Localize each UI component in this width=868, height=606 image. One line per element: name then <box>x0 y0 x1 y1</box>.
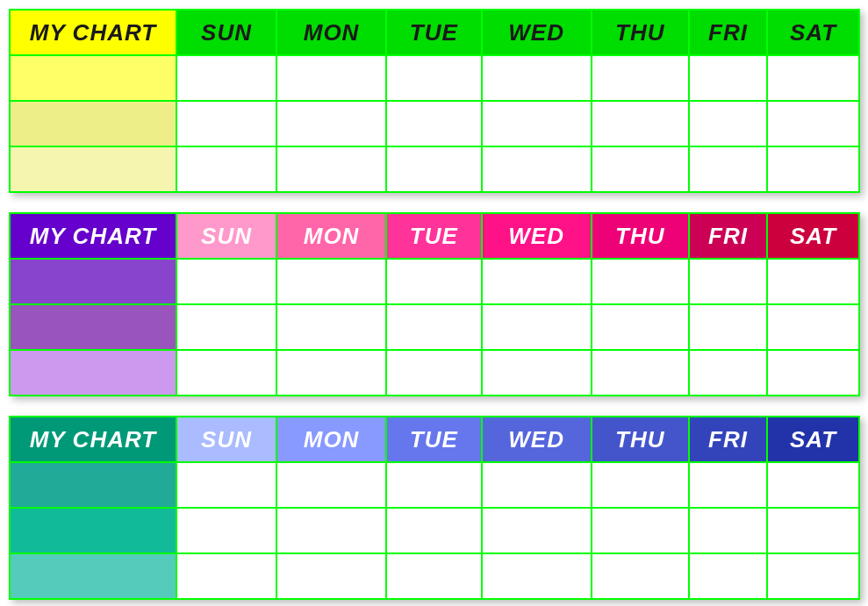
chart2-row3-mon[interactable] <box>276 350 386 396</box>
chart1-row1-fri[interactable] <box>689 55 767 101</box>
chart3-row3-thu[interactable] <box>592 553 689 599</box>
table-row <box>10 101 859 146</box>
chart1-header-wed: WED <box>482 10 592 55</box>
chart1-row3-tue[interactable] <box>386 146 482 192</box>
chart1-row1-wed[interactable] <box>482 55 592 101</box>
chart1-row1-sat[interactable] <box>767 55 859 101</box>
table-row <box>10 55 859 101</box>
chart3-row2-tue[interactable] <box>386 508 482 553</box>
chart2-header-fri: FRI <box>689 213 767 259</box>
chart2-header-sat: SAT <box>767 213 859 259</box>
chart2-row1-wed[interactable] <box>482 259 592 304</box>
chart2-row2-tue[interactable] <box>386 304 482 350</box>
chart1-row2-label <box>10 101 176 146</box>
chart1-row2-mon[interactable] <box>276 101 386 146</box>
chart3-header-sun: SUN <box>176 417 276 462</box>
chart3-header-fri: FRI <box>689 417 767 462</box>
chart3-row2-label <box>10 508 176 553</box>
chart2-row1-thu[interactable] <box>592 259 689 304</box>
chart1-header-thu: THU <box>592 10 689 55</box>
chart3-row1-tue[interactable] <box>386 462 482 508</box>
chart3-header-mon: MON <box>276 417 386 462</box>
chart3-row3-fri[interactable] <box>689 553 767 599</box>
table-row <box>10 508 859 553</box>
chart3-row1-sat[interactable] <box>767 462 859 508</box>
chart1-row1-mon[interactable] <box>276 55 386 101</box>
chart3-row1-label <box>10 462 176 508</box>
chart1-row1-thu[interactable] <box>592 55 689 101</box>
chart2-table: MY CHART SUN MON TUE WED THU FRI SAT <box>9 212 860 396</box>
chart3-header-sat: SAT <box>767 417 859 462</box>
chart1-wrapper: MY CHART SUN MON TUE WED THU FRI SAT <box>9 9 860 193</box>
chart1-row3-fri[interactable] <box>689 146 767 192</box>
table-row <box>10 462 859 508</box>
chart2-row3-label <box>10 350 176 396</box>
chart1-row3-wed[interactable] <box>482 146 592 192</box>
chart2-row1-tue[interactable] <box>386 259 482 304</box>
table-row <box>10 304 859 350</box>
chart1-header-sun: SUN <box>176 10 276 55</box>
chart2-row2-sat[interactable] <box>767 304 859 350</box>
chart2-header-mon: MON <box>276 213 386 259</box>
chart1-header-mon: MON <box>276 10 386 55</box>
chart3-row1-fri[interactable] <box>689 462 767 508</box>
chart1-row3-sat[interactable] <box>767 146 859 192</box>
chart1-row3-thu[interactable] <box>592 146 689 192</box>
chart2-row2-sun[interactable] <box>176 304 276 350</box>
chart3-row1-wed[interactable] <box>482 462 592 508</box>
chart2-row3-wed[interactable] <box>482 350 592 396</box>
chart3-row1-thu[interactable] <box>592 462 689 508</box>
chart1-row2-wed[interactable] <box>482 101 592 146</box>
chart1-row2-fri[interactable] <box>689 101 767 146</box>
table-row <box>10 553 859 599</box>
chart3-row2-sun[interactable] <box>176 508 276 553</box>
chart2-row2-thu[interactable] <box>592 304 689 350</box>
chart2-row3-sun[interactable] <box>176 350 276 396</box>
chart2-title: MY CHART <box>10 213 176 259</box>
chart3-row3-mon[interactable] <box>276 553 386 599</box>
chart3-row2-wed[interactable] <box>482 508 592 553</box>
chart2-row3-fri[interactable] <box>689 350 767 396</box>
chart1-row2-sun[interactable] <box>176 101 276 146</box>
chart2-header-thu: THU <box>592 213 689 259</box>
chart1-row3-label <box>10 146 176 192</box>
chart2-row2-mon[interactable] <box>276 304 386 350</box>
chart3-row3-sat[interactable] <box>767 553 859 599</box>
chart2-row1-sun[interactable] <box>176 259 276 304</box>
chart2-row3-thu[interactable] <box>592 350 689 396</box>
chart3-title: MY CHART <box>10 417 176 462</box>
chart1-row1-sun[interactable] <box>176 55 276 101</box>
chart2-row1-fri[interactable] <box>689 259 767 304</box>
chart1-header-tue: TUE <box>386 10 482 55</box>
chart1-header-fri: FRI <box>689 10 767 55</box>
chart3-row1-mon[interactable] <box>276 462 386 508</box>
chart1-row1-tue[interactable] <box>386 55 482 101</box>
chart1-row2-sat[interactable] <box>767 101 859 146</box>
chart3-header-thu: THU <box>592 417 689 462</box>
chart2-row2-fri[interactable] <box>689 304 767 350</box>
chart1-title: MY CHART <box>10 10 176 55</box>
chart1-row2-tue[interactable] <box>386 101 482 146</box>
chart1-row3-mon[interactable] <box>276 146 386 192</box>
chart2-row1-mon[interactable] <box>276 259 386 304</box>
chart2-row1-sat[interactable] <box>767 259 859 304</box>
chart2-header-wed: WED <box>482 213 592 259</box>
chart2-row3-sat[interactable] <box>767 350 859 396</box>
chart2-row2-wed[interactable] <box>482 304 592 350</box>
chart1-row1-label <box>10 55 176 101</box>
chart2-row1-label <box>10 259 176 304</box>
chart3-row3-wed[interactable] <box>482 553 592 599</box>
chart3-row2-sat[interactable] <box>767 508 859 553</box>
chart1-row3-sun[interactable] <box>176 146 276 192</box>
chart3-row2-fri[interactable] <box>689 508 767 553</box>
chart3-row1-sun[interactable] <box>176 462 276 508</box>
chart1-row2-thu[interactable] <box>592 101 689 146</box>
chart3-row3-tue[interactable] <box>386 553 482 599</box>
chart2-row3-tue[interactable] <box>386 350 482 396</box>
chart3-table: MY CHART SUN MON TUE WED THU FRI SAT <box>9 416 860 600</box>
chart3-row2-thu[interactable] <box>592 508 689 553</box>
chart3-header-wed: WED <box>482 417 592 462</box>
chart3-row3-sun[interactable] <box>176 553 276 599</box>
chart3-header-tue: TUE <box>386 417 482 462</box>
chart3-row2-mon[interactable] <box>276 508 386 553</box>
